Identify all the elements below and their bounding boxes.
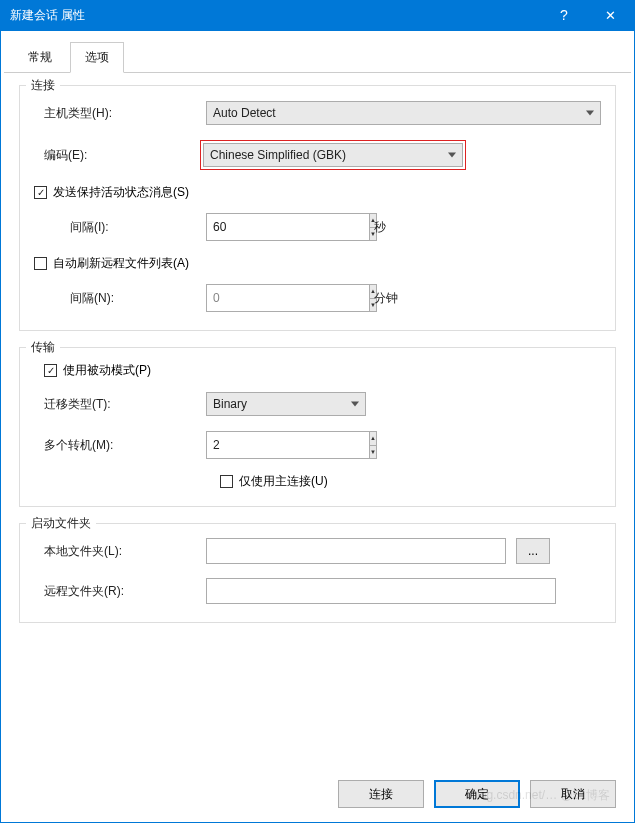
passive-checkbox[interactable] (44, 364, 57, 377)
spin-up-icon[interactable]: ▲ (370, 432, 376, 446)
spin-down-icon[interactable]: ▼ (370, 446, 376, 459)
close-icon: ✕ (605, 8, 616, 23)
group-legend-connection: 连接 (26, 77, 60, 94)
interval2-unit: 分钟 (374, 290, 398, 307)
group-transfer: 传输 使用被动模式(P) 迁移类型(T): Binary 多个转机(M): ▲▼ (19, 347, 616, 507)
host-type-label: 主机类型(H): (34, 105, 206, 122)
encoding-highlight: Chinese Simplified (GBK) (200, 140, 466, 170)
connect-button[interactable]: 连接 (338, 780, 424, 808)
browse-button[interactable]: ... (516, 538, 550, 564)
keepalive-checkbox[interactable] (34, 186, 47, 199)
passive-label: 使用被动模式(P) (63, 362, 151, 379)
tab-strip: 常规 选项 (4, 31, 631, 73)
interval1-spinner[interactable]: ▲▼ (206, 213, 356, 241)
transfer-type-label: 迁移类型(T): (34, 396, 206, 413)
dialog-body: 常规 选项 连接 主机类型(H): Auto Detect 编码(E): Chi… (0, 30, 635, 823)
encoding-label: 编码(E): (34, 147, 203, 164)
mainconn-checkbox[interactable] (220, 475, 233, 488)
window-title: 新建会话 属性 (10, 7, 541, 24)
encoding-select[interactable]: Chinese Simplified (GBK) (203, 143, 463, 167)
interval2-label: 间隔(N): (34, 290, 206, 307)
multi-input[interactable] (206, 431, 369, 459)
local-folder-label: 本地文件夹(L): (34, 543, 206, 560)
autorefresh-label: 自动刷新远程文件列表(A) (53, 255, 189, 272)
group-legend-transfer: 传输 (26, 339, 60, 356)
multi-label: 多个转机(M): (34, 437, 206, 454)
interval2-input (206, 284, 369, 312)
autorefresh-checkbox[interactable] (34, 257, 47, 270)
tab-options[interactable]: 选项 (70, 42, 124, 73)
remote-folder-label: 远程文件夹(R): (34, 583, 206, 600)
interval1-unit: 秒 (374, 219, 386, 236)
interval1-label: 间隔(I): (34, 219, 206, 236)
keepalive-label: 发送保持活动状态消息(S) (53, 184, 189, 201)
ok-button[interactable]: 确定 (434, 780, 520, 808)
dialog-footer: 连接 确定 取消 (338, 780, 616, 808)
local-folder-input[interactable] (206, 538, 506, 564)
multi-spinner[interactable]: ▲▼ (206, 431, 356, 459)
group-legend-startup: 启动文件夹 (26, 515, 96, 532)
remote-folder-input[interactable] (206, 578, 556, 604)
mainconn-label: 仅使用主连接(U) (239, 473, 328, 490)
close-button[interactable]: ✕ (587, 0, 633, 30)
cancel-button[interactable]: 取消 (530, 780, 616, 808)
host-type-select[interactable]: Auto Detect (206, 101, 601, 125)
interval2-spinner[interactable]: ▲▼ (206, 284, 356, 312)
help-button[interactable]: ? (541, 0, 587, 30)
transfer-type-select[interactable]: Binary (206, 392, 366, 416)
group-connection: 连接 主机类型(H): Auto Detect 编码(E): Chinese S… (19, 85, 616, 331)
interval1-input[interactable] (206, 213, 369, 241)
title-bar: 新建会话 属性 ? ✕ (0, 0, 635, 30)
group-startup: 启动文件夹 本地文件夹(L): ... 远程文件夹(R): (19, 523, 616, 623)
tab-general[interactable]: 常规 (14, 43, 66, 72)
